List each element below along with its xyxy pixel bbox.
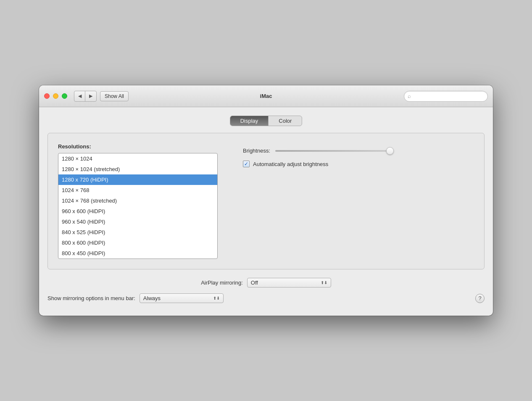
tab-group: Display Color (230, 116, 303, 126)
resolution-item-selected[interactable]: 1280 x 720 (HiDPI) (58, 174, 217, 185)
titlebar-controls: ◀ ▶ Show All (74, 91, 129, 102)
tab-color[interactable]: Color (269, 116, 302, 126)
mirroring-row: Show mirroring options in menu bar: Alwa… (47, 293, 224, 303)
resolution-item[interactable]: 960 x 600 (HiDPI) (58, 206, 217, 216)
search-input[interactable] (413, 93, 484, 99)
display-content: Resolutions: 1280 × 1024 1280 × 1024 (st… (58, 143, 474, 259)
resolution-item[interactable]: 840 x 525 (HiDPI) (58, 227, 217, 237)
close-button[interactable] (44, 93, 50, 99)
resolution-item[interactable]: 960 x 540 (HiDPI) (58, 216, 217, 227)
mirroring-value: Always (143, 295, 161, 301)
auto-brightness-row: ✓ Automatically adjust brightness (243, 161, 474, 167)
help-button[interactable]: ? (475, 294, 485, 303)
show-all-button[interactable]: Show All (100, 91, 129, 101)
airplay-label: AirPlay mirroring: (201, 280, 243, 286)
window-title: iMac (260, 93, 272, 99)
tab-bar: Display Color (47, 116, 485, 126)
titlebar: ◀ ▶ Show All iMac ⌕ (39, 85, 493, 107)
mirroring-select[interactable]: Always ⬆⬇ (140, 293, 224, 303)
airplay-arrows-icon: ⬆⬇ (321, 280, 327, 285)
resolution-item[interactable]: 1280 × 1024 (stretched) (58, 164, 217, 174)
airplay-select[interactable]: Off ⬆⬇ (247, 278, 331, 288)
mirroring-label: Show mirroring options in menu bar: (47, 295, 135, 301)
minimize-button[interactable] (53, 93, 58, 99)
back-button[interactable]: ◀ (74, 91, 85, 101)
nav-buttons: ◀ ▶ (74, 91, 97, 102)
brightness-slider-container[interactable] (275, 150, 474, 152)
search-box[interactable]: ⌕ (404, 91, 488, 102)
brightness-label: Brightness: (243, 148, 270, 154)
mirroring-arrows-icon: ⬆⬇ (213, 296, 220, 301)
search-icon: ⌕ (408, 93, 411, 99)
resolution-item[interactable]: 1280 × 1024 (58, 153, 217, 164)
content-area: Display Color Resolutions: 1280 × 1024 1… (39, 107, 493, 316)
resolutions-section: Resolutions: 1280 × 1024 1280 × 1024 (st… (58, 143, 218, 259)
brightness-row: Brightness: (243, 148, 474, 154)
airplay-value: Off (251, 280, 258, 286)
resolution-item[interactable]: 1024 × 768 (58, 185, 217, 195)
auto-brightness-checkbox[interactable]: ✓ (243, 161, 250, 167)
auto-brightness-label: Automatically adjust brightness (253, 161, 328, 167)
airplay-row: AirPlay mirroring: Off ⬆⬇ (201, 278, 331, 288)
brightness-section: Brightness: ✓ Automatically adjust brigh… (243, 143, 474, 259)
resolution-list: 1280 × 1024 1280 × 1024 (stretched) 1280… (58, 153, 218, 259)
bottom-section: AirPlay mirroring: Off ⬆⬇ Show mirroring… (47, 269, 485, 307)
mirroring-row-container: Show mirroring options in menu bar: Alwa… (47, 293, 485, 303)
maximize-button[interactable] (62, 93, 67, 99)
traffic-lights (44, 93, 67, 99)
resolutions-label: Resolutions: (58, 143, 218, 150)
display-panel: Resolutions: 1280 × 1024 1280 × 1024 (st… (47, 133, 485, 269)
forward-button[interactable]: ▶ (85, 91, 96, 101)
resolution-item[interactable]: 800 x 450 (HiDPI) (58, 248, 217, 259)
brightness-slider-thumb[interactable] (386, 147, 394, 155)
resolution-item[interactable]: 1024 × 768 (stretched) (58, 195, 217, 206)
main-window: ◀ ▶ Show All iMac ⌕ Display Color Resolu… (39, 85, 493, 316)
brightness-slider-track[interactable] (275, 150, 393, 152)
tab-display[interactable]: Display (230, 116, 269, 126)
resolution-item[interactable]: 800 x 600 (HiDPI) (58, 237, 217, 248)
